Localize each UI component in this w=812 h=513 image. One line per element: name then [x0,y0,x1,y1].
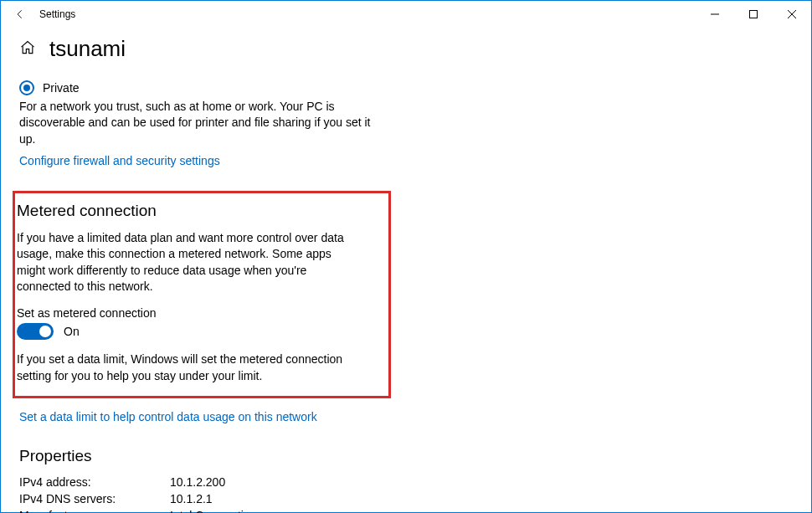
home-icon[interactable] [19,39,36,59]
titlebar: Settings [1,1,811,28]
table-row: IPv4 DNS servers:10.1.2.1 [19,490,257,507]
metered-toggle[interactable] [17,323,54,340]
window-title: Settings [39,8,75,20]
content-area: tsunami Private For a network you trust,… [1,28,811,513]
metered-toggle-row: On [17,323,380,340]
maximize-button[interactable] [734,1,773,28]
prop-key: IPv4 address: [19,474,170,490]
properties-heading: Properties [19,447,793,465]
metered-toggle-state: On [64,325,80,338]
table-row: IPv4 address:10.1.2.200 [19,474,257,490]
page-title: tsunami [49,36,126,62]
prop-value: Intel Corporation [170,507,257,513]
radio-label: Private [43,81,80,95]
metered-intro: If you have a limited data plan and want… [17,230,360,295]
metered-connection-section: Metered connection If you have a limited… [13,191,391,398]
profile-description: For a network you trust, such as at home… [19,99,379,147]
profile-private-radio[interactable]: Private [19,80,379,95]
close-button[interactable] [773,1,811,28]
window-controls [696,1,811,28]
radio-selected-icon [19,80,34,95]
metered-toggle-label: Set as metered connection [17,306,380,320]
toggle-knob-icon [39,326,51,337]
prop-value: 10.1.2.1 [170,490,257,507]
page-header: tsunami [19,36,793,62]
svg-rect-1 [750,11,758,18]
back-button[interactable] [1,1,39,28]
prop-key: IPv4 DNS servers: [19,490,170,507]
prop-key: Manufacturer: [19,507,170,513]
minimize-button[interactable] [696,1,734,28]
data-limit-link[interactable]: Set a data limit to help control data us… [19,410,793,423]
properties-table: IPv4 address:10.1.2.200 IPv4 DNS servers… [19,474,257,513]
prop-value: 10.1.2.200 [170,474,257,490]
network-profile-section: Private For a network you trust, such as… [19,80,379,167]
settings-window: Settings tsunami Private For a network y… [0,0,812,513]
metered-heading: Metered connection [17,202,380,220]
table-row: Manufacturer:Intel Corporation [19,507,257,513]
firewall-settings-link[interactable]: Configure firewall and security settings [19,154,379,167]
metered-footer: If you set a data limit, Windows will se… [17,351,360,384]
